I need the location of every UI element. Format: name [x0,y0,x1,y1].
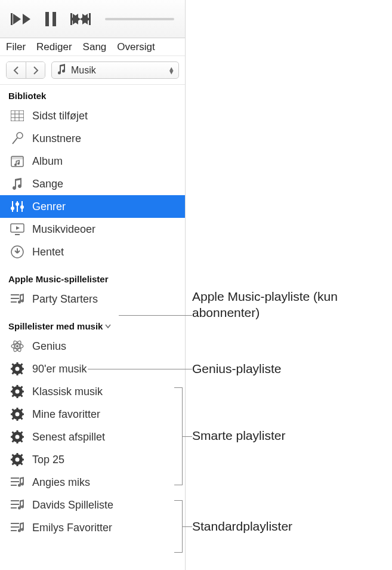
library-item-album[interactable]: Album [0,150,185,172]
svg-rect-50 [17,408,18,409]
library-item-hentet[interactable]: Hentet [0,241,185,263]
apple-music-playlists-label: Apple Music-spillelister [8,274,109,284]
svg-rect-62 [11,436,13,438]
itunes-sidebar: Filer Rediger Sang Oversigt Musik ▴▾ Bib… [0,0,186,570]
svg-rect-41 [17,396,18,398]
item-label: Party Starters [32,293,98,306]
apple-music-playlists-header: Apple Music-spillelister [0,263,185,288]
menu-view[interactable]: Oversigt [117,41,155,53]
music-playlists-list: Genius90'er musikKlassisk musikMine favo… [0,335,185,539]
svg-point-39 [16,390,20,394]
library-item-sange[interactable]: Sange [0,172,185,195]
nav-row: Musik ▴▾ [0,56,185,85]
tuning-icon [10,200,25,213]
next-track-button[interactable] [70,13,91,25]
svg-rect-31 [17,374,18,375]
music-playlists-header[interactable]: Spillelister med musik [0,310,185,335]
callout-standard: Standardplaylister [192,518,292,534]
svg-rect-53 [22,414,24,415]
svg-point-29 [16,367,20,371]
svg-rect-42 [11,391,13,393]
svg-rect-33 [22,368,24,370]
music-playlist-item-emilys-favoritter[interactable]: Emilys Favoritter [0,516,185,539]
album-icon [10,155,25,167]
library-item-genrer[interactable]: Genrer [0,195,185,218]
svg-rect-73 [22,459,24,461]
playlist-icon [10,499,25,511]
nav-forward-button[interactable] [26,62,45,78]
playlist-icon [10,476,25,488]
svg-rect-60 [17,430,18,432]
svg-rect-70 [17,453,18,455]
source-dropdown[interactable]: Musik ▴▾ [51,61,179,79]
menu-bar: Filer Rediger Sang Oversigt [0,38,185,56]
svg-rect-51 [17,419,18,421]
dropdown-chevron-icon: ▴▾ [169,67,174,74]
apple-music-playlist-item-party-starters[interactable]: Party Starters [0,288,185,310]
music-playlist-item-klassisk-musik[interactable]: Klassisk musik [0,380,185,403]
chevron-down-icon [105,322,111,331]
gear-icon [10,385,25,398]
item-label: Emilys Favoritter [32,522,112,534]
library-header: Bibliotek [0,85,185,104]
svg-rect-2 [11,110,24,121]
nav-back-forward [6,61,45,79]
gear-icon [10,430,25,443]
item-label: Genrer [32,201,66,213]
prev-track-button[interactable] [11,13,31,25]
gear-icon [10,408,25,421]
apple-music-playlists-list: Party Starters [0,288,185,310]
svg-line-8 [13,138,17,144]
music-playlist-item-mine-favoritter[interactable]: Mine favoritter [0,403,185,426]
volume-slider[interactable] [105,18,174,20]
item-label: Senest afspillet [32,431,105,443]
gear-icon [10,362,25,375]
svg-rect-71 [17,464,18,466]
music-playlist-item-angies-miks[interactable]: Angies miks [0,471,185,494]
music-playlist-item-genius[interactable]: Genius [0,335,185,358]
svg-point-59 [16,435,20,439]
item-label: Top 25 [32,454,64,466]
menu-edit[interactable]: Rediger [36,41,72,53]
music-playlist-item-davids-spilleliste[interactable]: Davids Spilleliste [0,494,185,516]
playback-bar [0,0,185,38]
library-item-kunstnere[interactable]: Kunstnere [0,127,185,150]
item-label: 90'er musik [32,363,87,375]
library-item-musikvideoer[interactable]: Musikvideoer [0,218,185,241]
svg-rect-1 [53,12,56,26]
svg-point-7 [17,133,23,138]
nav-back-button[interactable] [7,62,26,78]
menu-file[interactable]: Filer [6,41,26,53]
library-header-label: Bibliotek [8,91,46,101]
download-icon [10,245,25,258]
music-playlist-item-top-25[interactable]: Top 25 [0,448,185,471]
mic-icon [10,132,25,145]
playlist-icon [10,522,25,534]
svg-point-14 [11,207,14,210]
svg-marker-18 [16,226,20,230]
grid-icon [10,110,25,121]
callout-layer: Apple Music-playliste (kun abonnenter) G… [192,0,389,570]
svg-rect-61 [17,442,18,443]
svg-point-27 [16,345,18,347]
item-label: Hentet [32,246,64,258]
svg-point-49 [16,412,20,417]
screen-icon [10,223,25,235]
item-label: Sange [32,178,63,190]
music-note-icon [57,64,66,77]
library-list: Sidst tilføjetKunstnereAlbumSangeGenrerM… [0,104,185,263]
svg-point-69 [16,458,20,462]
music-playlist-item-senest-afspillet[interactable]: Senest afspillet [0,426,185,448]
svg-rect-30 [17,362,18,364]
play-pause-button[interactable] [45,12,56,26]
item-label: Kunstnere [32,133,81,145]
menu-song[interactable]: Sang [83,41,107,53]
svg-rect-63 [22,436,24,438]
svg-rect-52 [11,414,13,415]
library-item-sidst-tilf-jet[interactable]: Sidst tilføjet [0,104,185,127]
svg-point-15 [16,202,19,206]
svg-rect-43 [22,391,24,393]
svg-rect-10 [11,156,23,159]
gear-icon [10,453,25,466]
item-label: Mine favoritter [32,408,100,421]
